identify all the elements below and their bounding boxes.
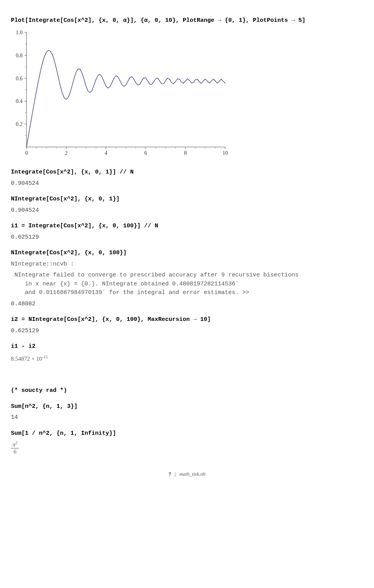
svg-text:0.2: 0.2 [16, 121, 23, 127]
input-diff: i1 - i2 [11, 342, 363, 351]
svg-text:6: 6 [145, 150, 147, 156]
input-nint1: NIntegrate[Cos[x^2], {x, 0, 1}] [11, 195, 363, 204]
numerator-base: π [12, 441, 16, 448]
svg-text:8: 8 [184, 150, 187, 156]
input-i2: i2 = NIntegrate[Cos[x^2], {x, 0, 100}, M… [11, 315, 363, 324]
output-int1: 0.904524 [11, 179, 363, 188]
output-sum2: π2 6 [11, 440, 363, 455]
page-number: 7 [169, 471, 171, 477]
output-i1: 0.625129 [11, 233, 363, 242]
input-plot: Plot[Integrate[Cos[x^2], {x, 0, α}], {α,… [11, 16, 363, 25]
output-diff: 8.54872 × 10-15 [11, 354, 363, 363]
svg-text:1.0: 1.0 [16, 30, 23, 35]
input-sum2: Sum[1 / n^2, {n, 1, Infinity}] [11, 429, 363, 438]
message-ncvb-head: NIntegrate::ncvb : [11, 260, 363, 269]
input-i1: i1 = Integrate[Cos[x^2], {x, 0, 100}] //… [11, 222, 363, 231]
svg-text:0.4: 0.4 [16, 98, 23, 104]
page-footer: 7 | math_tisk.nb [11, 470, 363, 478]
input-sum1: Sum[n^2, {n, 1, 3}] [11, 402, 363, 411]
output-i2: 0.625129 [11, 327, 363, 336]
svg-text:0: 0 [25, 150, 28, 156]
fresnel-plot: 02468100.20.40.60.81.0 [11, 29, 363, 161]
comment-soucty: (* soucty rad *) [11, 386, 363, 395]
output-nint1: 0.904524 [11, 206, 363, 215]
message-ncvb-body: NIntegrate failed to converge to prescri… [11, 271, 363, 298]
svg-text:10: 10 [222, 150, 228, 156]
denominator: 6 [11, 448, 19, 455]
svg-text:0.6: 0.6 [16, 75, 23, 81]
file-name: math_tisk.nb [179, 471, 205, 477]
numerator-exp: 2 [16, 440, 18, 445]
input-int1: Integrate[Cos[x^2], {x, 0, 1}] // N [11, 168, 363, 177]
svg-text:4: 4 [105, 150, 108, 156]
mantissa: 8.54872 [11, 356, 30, 362]
svg-text:2: 2 [65, 150, 68, 156]
footer-separator: | [175, 471, 176, 477]
output-sum1: 14 [11, 413, 363, 422]
input-nint100: NIntegrate[Cos[x^2], {x, 0, 100}] [11, 249, 363, 258]
fraction-pi2-over-6: π2 6 [11, 440, 19, 455]
output-nint100: 0.48082 [11, 300, 363, 309]
times: × 10 [30, 356, 42, 362]
svg-text:0.8: 0.8 [16, 52, 23, 58]
exponent: -15 [42, 354, 48, 359]
